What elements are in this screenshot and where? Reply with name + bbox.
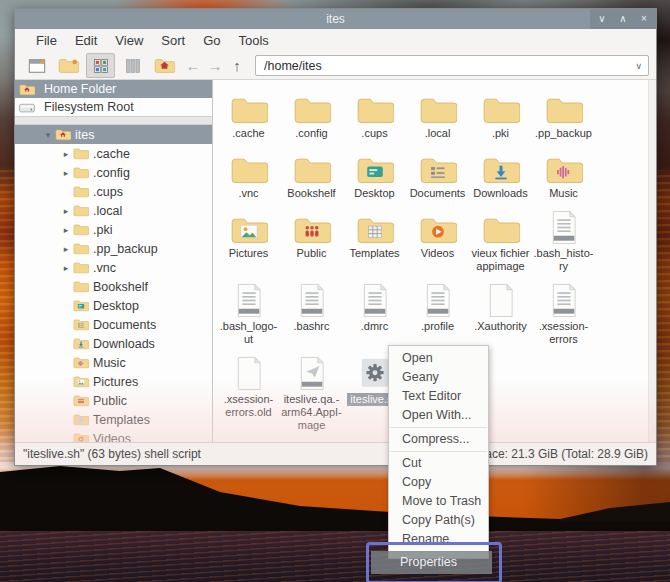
sidebar-tree-item-pictures[interactable]: Pictures (15, 372, 212, 391)
tree-item-label: Pictures (93, 375, 138, 389)
context-menu-item-open[interactable]: Open (389, 349, 488, 368)
file-item-config[interactable]: .config (280, 88, 343, 140)
file-item-videos[interactable]: Videos (406, 208, 469, 273)
file-label: .pp_backup (535, 127, 592, 140)
file-item-vnc[interactable]: .vnc (217, 148, 280, 200)
expander-icon[interactable]: ▸ (59, 168, 73, 178)
file-item-profile[interactable]: .profile (406, 281, 469, 346)
vertical-scrollbar[interactable] (648, 80, 656, 442)
menubar-item-sort[interactable]: Sort (152, 33, 194, 48)
context-menu-item-copy[interactable]: Copy (389, 473, 488, 492)
file-icon (419, 208, 457, 245)
path-bar[interactable]: ∨ (255, 55, 649, 76)
context-menu-item-compress[interactable]: Compress... (389, 430, 488, 449)
file-item-pki[interactable]: .pki (469, 88, 532, 140)
file-item-xauthority[interactable]: .Xauthority (469, 281, 532, 346)
file-item-xsession-[interactable]: .xsession- errors.old (217, 354, 280, 432)
file-item-bashrc[interactable]: .bashrc (280, 281, 343, 346)
sidebar-tree-item-desktop[interactable]: Desktop (15, 296, 212, 315)
back-button[interactable]: ← (182, 57, 204, 74)
titlebar[interactable]: ites ∨∧× (15, 9, 656, 29)
sidebar-tree-item-ites[interactable]: ▾ ites (15, 125, 212, 144)
sidebar-tree-item-public[interactable]: Public (15, 391, 212, 410)
sidebar-tree-item-vnc[interactable]: ▸ .vnc (15, 258, 212, 277)
file-item-pp_backup[interactable]: .pp_backup (532, 88, 595, 140)
sidebar-tree-item-downloads[interactable]: Downloads (15, 334, 212, 353)
file-item-cache[interactable]: .cache (217, 88, 280, 140)
file-label: Documents (410, 187, 466, 200)
sidebar-tree-item-documents[interactable]: Documents (15, 315, 212, 334)
expander-icon[interactable]: ▸ (59, 244, 73, 254)
icon-view-button[interactable] (86, 53, 115, 78)
close-button[interactable]: × (635, 9, 653, 29)
menu-separator (390, 451, 487, 452)
new-window-button[interactable] (22, 53, 51, 78)
new-folder-button[interactable] (54, 53, 83, 78)
file-item-vieux fichier[interactable]: vieux fichier appimage (469, 208, 532, 273)
file-item-cups[interactable]: .cups (343, 88, 406, 140)
file-item-pictures[interactable]: Pictures (217, 208, 280, 273)
menubar-item-edit[interactable]: Edit (66, 33, 106, 48)
list-view-button[interactable] (118, 53, 147, 78)
context-menu-item-copy-path-s[interactable]: Copy Path(s) (389, 511, 488, 530)
context-menu-item-text-editor[interactable]: Text Editor (389, 387, 488, 406)
expander-icon[interactable]: ▸ (59, 149, 73, 159)
maximize-button[interactable]: ∧ (614, 9, 632, 29)
file-item-bookshelf[interactable]: Bookshelf (280, 148, 343, 200)
context-menu-item-properties[interactable]: Properties (371, 551, 492, 574)
file-item-music[interactable]: Music (532, 148, 595, 200)
file-item-bash_logo-[interactable]: .bash_logo- ut (217, 281, 280, 346)
file-item-xsession-[interactable]: .xsession- errors (532, 281, 595, 346)
sidebar-tree-item-bookshelf[interactable]: Bookshelf (15, 277, 212, 296)
sidebar-tree-item-music[interactable]: Music (15, 353, 212, 372)
expander-icon[interactable]: ▸ (59, 225, 73, 235)
tree-folder-icon (73, 337, 89, 350)
sidebar-tree-item-pp_backup[interactable]: ▸ .pp_backup (15, 239, 212, 258)
file-item-documents[interactable]: Documents (406, 148, 469, 200)
chevron-down-icon[interactable]: ∨ (635, 61, 642, 71)
tree-item-label: .cache (93, 147, 130, 161)
menubar-item-go[interactable]: Go (194, 33, 229, 48)
menubar-item-view[interactable]: View (106, 33, 152, 48)
file-icon (293, 148, 331, 185)
expander-icon[interactable]: ▸ (59, 263, 73, 273)
expander-icon[interactable]: ▸ (59, 206, 73, 216)
context-menu-item-cut[interactable]: Cut (389, 454, 488, 473)
path-input[interactable] (262, 58, 635, 74)
sidebar-tree-item-templates[interactable]: Templates (15, 410, 212, 429)
file-item-local[interactable]: .local (406, 88, 469, 140)
file-label: .cups (361, 127, 387, 140)
context-menu-item-rename[interactable]: Rename (389, 530, 488, 549)
sidebar-tree-item-config[interactable]: ▸ .config (15, 163, 212, 182)
expander-icon[interactable]: ▾ (41, 130, 55, 140)
sidebar-tree-item-videos[interactable]: Videos (15, 429, 212, 442)
menubar-item-tools[interactable]: Tools (230, 33, 278, 48)
tree-folder-icon (73, 166, 89, 179)
sidebar-tree-item-cups[interactable]: .cups (15, 182, 212, 201)
context-menu-item-open-with[interactable]: Open With... (389, 406, 488, 425)
sidebar-tree-item-local[interactable]: ▸ .local (15, 201, 212, 220)
file-item-bash_histo-[interactable]: .bash_histo- ry (532, 208, 595, 273)
sidebar-tree-item-cache[interactable]: ▸ .cache (15, 144, 212, 163)
file-item-public[interactable]: Public (280, 208, 343, 273)
file-label: iteslive.qa.- arm64.AppI- mage (281, 393, 342, 432)
sidebar-place-filesystem-root[interactable]: Filesystem Root (15, 98, 212, 116)
file-item-downloads[interactable]: Downloads (469, 148, 532, 200)
forward-button[interactable]: → (204, 57, 226, 74)
context-menu-item-move-to-trash[interactable]: Move to Trash (389, 492, 488, 511)
menubar-item-file[interactable]: File (27, 33, 66, 48)
context-menu-item-geany[interactable]: Geany (389, 368, 488, 387)
minimize-button[interactable]: ∨ (593, 9, 611, 29)
up-button[interactable]: ↑ (226, 57, 248, 74)
file-item-iteslive.qa.-[interactable]: iteslive.qa.- arm64.AppI- mage (280, 354, 343, 432)
tree-folder-icon (73, 185, 89, 198)
file-item-templates[interactable]: Templates (343, 208, 406, 273)
file-icon (235, 354, 263, 391)
sidebar-tree-item-pki[interactable]: ▸ .pki (15, 220, 212, 239)
home-button[interactable] (150, 53, 179, 78)
file-item-dmrc[interactable]: .dmrc (343, 281, 406, 346)
file-icon (419, 88, 457, 125)
sidebar-place-home-folder[interactable]: Home Folder (15, 80, 212, 98)
file-label: .bash_histo- ry (534, 247, 594, 273)
file-item-desktop[interactable]: Desktop (343, 148, 406, 200)
